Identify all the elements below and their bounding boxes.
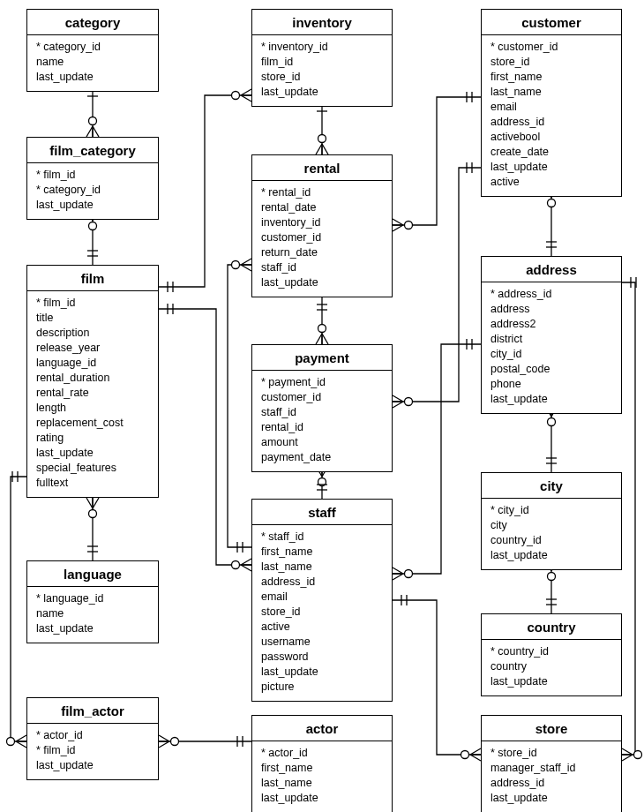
field: email (261, 590, 386, 605)
field: staff_id (261, 260, 386, 275)
field: name (36, 606, 153, 621)
field: * payment_id (261, 375, 386, 390)
entity-title: film (27, 266, 158, 291)
entity-film_actor: film_actor* actor_id* film_idlast_update (26, 697, 159, 780)
field: last_update (36, 621, 153, 636)
field: * inventory_id (261, 40, 386, 55)
svg-point-51 (405, 398, 413, 406)
field: last_update (261, 791, 386, 806)
entity-title: payment (252, 345, 392, 371)
field: * film_id (36, 296, 153, 311)
field: * category_id (36, 183, 153, 198)
field: special_features (36, 461, 153, 476)
svg-point-81 (548, 199, 556, 207)
field: rental_duration (36, 371, 153, 386)
svg-line-96 (393, 568, 403, 574)
field: address2 (490, 317, 616, 332)
entity-country: country* country_idcountrylast_update (481, 613, 622, 696)
entity-category: category* category_idnamelast_update (26, 9, 159, 92)
svg-line-12 (86, 498, 93, 508)
field-list: * category_idnamelast_update (27, 35, 158, 91)
entity-customer: customer* customer_idstore_idfirst_namel… (481, 9, 622, 197)
field: * actor_id (261, 746, 386, 761)
field: last_name (261, 560, 386, 575)
svg-point-45 (405, 222, 413, 229)
svg-line-98 (393, 574, 403, 580)
entity-title: category (27, 10, 158, 35)
field: length (36, 401, 153, 416)
svg-line-58 (241, 565, 251, 571)
svg-line-2 (86, 126, 93, 137)
svg-point-9 (89, 222, 97, 230)
field: last_update (261, 275, 386, 290)
field: * staff_id (261, 530, 386, 545)
svg-line-20 (241, 89, 251, 95)
field: city_id (490, 347, 616, 362)
field: phone (490, 377, 616, 392)
field: * actor_id (36, 728, 153, 743)
field: rental_id (261, 420, 386, 435)
svg-point-23 (232, 92, 240, 100)
entity-film: film* film_idtitledescriptionrelease_yea… (26, 265, 159, 498)
svg-line-28 (322, 144, 328, 154)
field: manager_staff_id (490, 761, 616, 776)
field: * customer_id (490, 40, 616, 55)
field-list: * payment_idcustomer_idstaff_idrental_id… (252, 371, 392, 471)
field: film_id (261, 55, 386, 70)
field: last_update (490, 160, 616, 175)
field: postal_code (490, 362, 616, 377)
entity-title: film_category (27, 138, 158, 163)
field: last_update (261, 665, 386, 680)
field: last_update (261, 85, 386, 100)
entity-store: store* store_idmanager_staff_idaddress_i… (481, 715, 622, 812)
svg-point-87 (548, 418, 556, 426)
field: country (490, 659, 616, 674)
field: address_id (261, 575, 386, 590)
field-list: * city_idcitycountry_idlast_update (482, 499, 621, 569)
field: create_date (490, 145, 616, 160)
field: active (261, 620, 386, 635)
field: store_id (261, 70, 386, 85)
field: * rental_id (261, 185, 386, 200)
entity-staff: staff* staff_idfirst_namelast_nameaddres… (251, 499, 393, 702)
entity-title: store (482, 716, 621, 741)
svg-line-74 (159, 741, 169, 748)
entity-inventory: inventory* inventory_idfilm_idstore_idla… (251, 9, 393, 107)
field: payment_date (261, 450, 386, 465)
field-list: * address_idaddressaddress2districtcity_… (482, 282, 621, 413)
svg-point-63 (232, 261, 240, 269)
field: * language_id (36, 591, 153, 606)
field: * film_id (36, 168, 153, 183)
svg-line-110 (622, 755, 633, 761)
field-list: * film_id* category_idlast_update (27, 163, 158, 219)
svg-point-59 (232, 561, 240, 569)
field: release_year (36, 341, 153, 356)
field: last_update (36, 70, 153, 85)
field-list: * rental_idrental_dateinventory_idcustom… (252, 181, 392, 297)
svg-point-93 (548, 573, 556, 581)
svg-point-35 (318, 325, 326, 333)
field: last_update (490, 791, 616, 806)
field: description (36, 326, 153, 341)
field-list: * store_idmanager_staff_idaddress_idlast… (482, 741, 621, 812)
field: first_name (261, 545, 386, 560)
field: last_update (36, 446, 153, 461)
entity-title: actor (252, 716, 392, 741)
svg-line-14 (93, 498, 99, 508)
field: country_id (490, 533, 616, 548)
svg-point-29 (318, 135, 326, 143)
svg-point-5 (89, 117, 97, 125)
field: last_update (36, 758, 153, 773)
field: district (490, 332, 616, 347)
svg-line-22 (241, 95, 251, 102)
svg-line-102 (470, 748, 481, 755)
field: * store_id (490, 746, 616, 761)
field: customer_id (261, 230, 386, 245)
svg-line-72 (159, 735, 169, 741)
field: * category_id (36, 40, 153, 55)
svg-point-75 (171, 738, 179, 746)
entity-title: country (482, 614, 621, 640)
field-list: * country_idcountrylast_update (482, 640, 621, 695)
entity-title: city (482, 473, 621, 499)
field: replacement_cost (36, 416, 153, 431)
